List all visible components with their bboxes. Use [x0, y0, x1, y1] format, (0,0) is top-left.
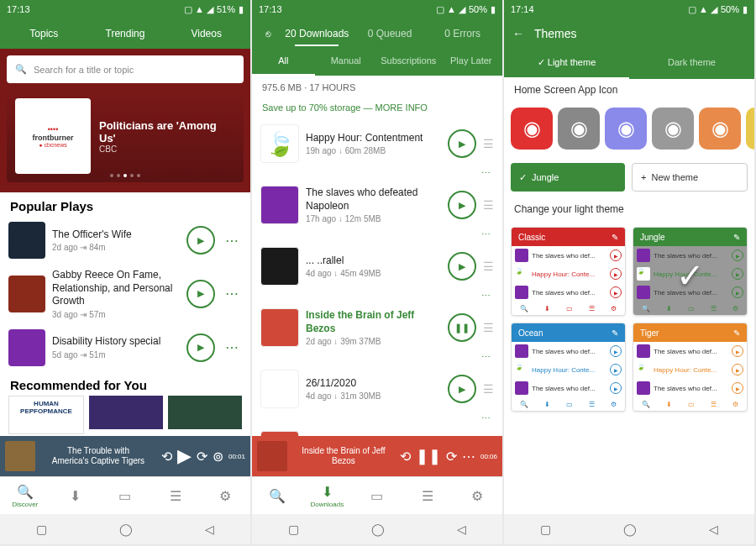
bottom-nav: 🔍Discover ⬇ ▭ ☰ ⚙ — [0, 476, 250, 514]
app-icon-option[interactable]: ◉ — [558, 108, 600, 150]
edit-icon[interactable]: ✎ — [733, 328, 740, 338]
download-row[interactable]: 🍃Happy Hour: Contentment19h ago ↓ 60m 28… — [252, 119, 502, 168]
edit-icon[interactable]: ✎ — [612, 233, 618, 242]
nav-library[interactable]: ▭ — [100, 477, 150, 514]
more-icon[interactable]: ⋯ — [252, 291, 502, 303]
subtab-subscriptions[interactable]: Subscriptions — [377, 49, 440, 76]
nav-playlists[interactable]: ☰ — [402, 477, 453, 514]
play-button[interactable]: ▶ — [186, 333, 215, 362]
mini-player[interactable]: Inside the Brain of Jeff Bezos ⟲ ❚❚ ⟳ ⋯ … — [252, 436, 502, 476]
back-arrow-icon[interactable]: ← — [512, 27, 524, 40]
nav-library[interactable]: ▭ — [352, 477, 402, 514]
episode-title: Inside the Brain of Jeff Bezos — [306, 309, 441, 335]
nav-discover[interactable]: 🔍 — [252, 477, 302, 514]
rewind-icon[interactable]: ⟲ — [161, 449, 172, 465]
nav-downloads[interactable]: ⬇ — [50, 477, 101, 514]
episode-row[interactable]: Disability History special5d ago ⇥ 51m▶⋯ — [0, 324, 250, 371]
download-row[interactable]: Inside the Brain of Jeff Bezos2d ago ↓ 3… — [252, 303, 502, 352]
theme-card-ocean[interactable]: Ocean✎The slaves who def...▶🍃Happy Hour:… — [511, 323, 626, 412]
play-button[interactable]: ▶ — [448, 191, 476, 219]
tab-downloads[interactable]: 20 Downloads — [281, 21, 354, 46]
download-row[interactable]: Listen Again: Making Amends▶☰ — [252, 426, 502, 436]
new-theme-button[interactable]: +New theme — [632, 163, 748, 192]
back-icon[interactable]: ◁ — [205, 522, 214, 536]
forward-icon[interactable]: ⟳ — [446, 449, 457, 465]
nav-settings[interactable]: ⚙ — [452, 477, 502, 514]
download-row[interactable]: ... ..rallel4d ago ↓ 45m 49MB▶☰ — [252, 242, 502, 291]
play-button[interactable]: ❚❚ — [448, 313, 476, 342]
tab-errors[interactable]: 0 Errors — [426, 21, 499, 46]
theme-card-tiger[interactable]: Tiger✎The slaves who def...▶🍃Happy Hour:… — [633, 323, 748, 412]
tab-videos[interactable]: Videos — [165, 21, 247, 46]
more-icon[interactable]: ⋯ — [252, 168, 502, 181]
play-button[interactable]: ▶ — [186, 280, 215, 308]
clock: 17:13 — [7, 4, 184, 14]
app-icon-option[interactable]: ◉ — [699, 108, 741, 150]
cast-icon[interactable]: ⊚ — [213, 449, 223, 465]
episode-title: ... ..rallel — [306, 255, 441, 268]
themes-title: Themes — [534, 27, 577, 40]
more-icon[interactable]: ⋯ — [252, 229, 502, 242]
more-icon[interactable]: ⋯ — [222, 233, 242, 249]
more-icon[interactable]: ⋯ — [252, 352, 502, 365]
icon-heading: Home Screen App Icon — [504, 79, 754, 101]
app-icon-option[interactable]: ◉ — [605, 108, 647, 150]
play-button[interactable]: ▶ — [186, 226, 215, 255]
status-bar: 17:14 ▢ ▲ ◢ 50% ▮ — [504, 0, 754, 18]
filter-tabs: All Manual Subscriptions Play Later — [252, 49, 502, 76]
filter-icon[interactable]: ⎋ — [255, 29, 281, 39]
subtab-all[interactable]: All — [252, 49, 315, 76]
reorder-icon[interactable]: ☰ — [483, 137, 494, 150]
pause-icon[interactable]: ❚❚ — [416, 447, 441, 465]
forward-icon[interactable]: ⟳ — [197, 449, 207, 465]
search-placeholder: Search for a title or topic — [34, 65, 134, 75]
current-theme-button[interactable]: ✓Jungle — [511, 163, 625, 192]
reorder-icon[interactable]: ☰ — [483, 260, 494, 273]
storage-promo[interactable]: Save up to 70% storage — MORE INFO — [252, 99, 502, 119]
mini-player[interactable]: The Trouble withAmerica's Captive Tigers… — [0, 436, 250, 476]
app-icon-option[interactable]: ◉ — [511, 108, 553, 150]
reorder-icon[interactable]: ☰ — [483, 198, 494, 212]
search-input[interactable]: 🔍 Search for a title or topic — [7, 55, 244, 83]
play-button[interactable]: ▶ — [448, 129, 476, 158]
app-icon-option[interactable]: ◉ — [652, 108, 694, 150]
theme-card-jungle[interactable]: Jungle✎The slaves who def...▶🍃Happy Hour… — [633, 227, 748, 316]
tab-dark[interactable]: Dark theme — [629, 49, 754, 79]
edit-icon[interactable]: ✎ — [733, 233, 740, 242]
play-button[interactable]: ▶ — [448, 252, 476, 281]
tab-topics[interactable]: Topics — [3, 21, 85, 46]
episode-thumb — [260, 186, 299, 224]
hero-card[interactable]: •••• frontburner ● cbcnews Politicians a… — [7, 90, 244, 182]
tab-trending[interactable]: Trending — [85, 21, 166, 46]
nav-playlists[interactable]: ☰ — [150, 477, 201, 514]
episode-title: Gabby Reece On Fame, Relationship, and P… — [52, 269, 180, 308]
home-icon[interactable]: ◯ — [119, 522, 133, 536]
episode-row[interactable]: The Officer's Wife2d ago ⇥ 84m▶⋯ — [0, 217, 250, 264]
nav-discover[interactable]: 🔍Discover — [0, 477, 50, 514]
download-row[interactable]: The slaves who defeated Napoleon17h ago … — [252, 181, 502, 229]
recents-icon[interactable]: ▢ — [36, 522, 47, 536]
more-icon[interactable]: ⋯ — [462, 449, 475, 465]
episode-meta: 4d ago ↓ 31m 30MB — [306, 391, 441, 401]
rewind-icon[interactable]: ⟲ — [400, 449, 411, 465]
subtab-playlater[interactable]: Play Later — [440, 49, 503, 76]
nav-downloads[interactable]: ⬇Downloads — [302, 477, 353, 514]
edit-icon[interactable]: ✎ — [612, 328, 618, 338]
tab-light[interactable]: ✓ Light theme — [504, 49, 629, 79]
theme-card-classic[interactable]: Classic✎The slaves who def...▶🍃Happy Hou… — [511, 227, 626, 316]
episode-row[interactable]: Gabby Reece On Fame, Relationship, and P… — [0, 264, 250, 324]
app-icon-option[interactable]: ◉ — [746, 108, 754, 150]
reorder-icon[interactable]: ☰ — [483, 321, 494, 334]
plus-icon: + — [641, 172, 646, 182]
more-icon[interactable]: ⋯ — [252, 413, 502, 426]
subtab-manual[interactable]: Manual — [315, 49, 378, 76]
episode-title: 26/11/2020 — [306, 377, 441, 391]
play-icon[interactable]: ▶ — [177, 445, 192, 467]
tab-queued[interactable]: 0 Queued — [354, 21, 427, 46]
download-row[interactable]: 26/11/20204d ago ↓ 31m 30MB▶☰ — [252, 365, 502, 413]
play-button[interactable]: ▶ — [448, 375, 476, 403]
more-icon[interactable]: ⋯ — [222, 286, 242, 302]
reorder-icon[interactable]: ☰ — [483, 382, 494, 396]
more-icon[interactable]: ⋯ — [222, 339, 242, 355]
nav-settings[interactable]: ⚙ — [200, 477, 250, 514]
